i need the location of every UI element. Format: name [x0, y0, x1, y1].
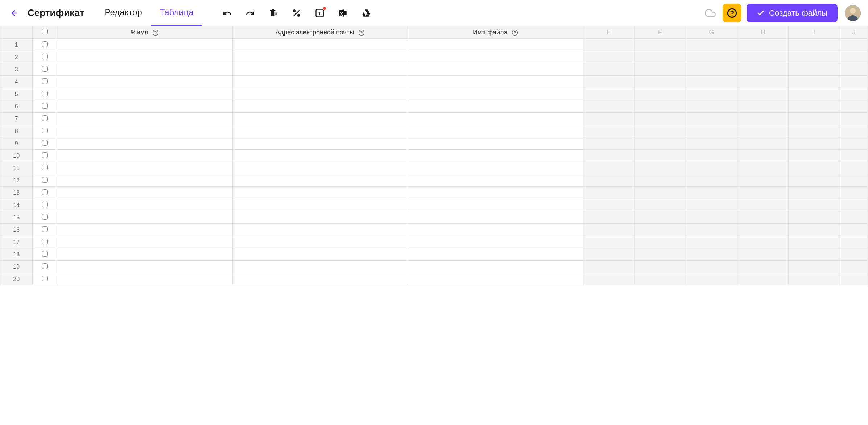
- cell[interactable]: [408, 113, 583, 125]
- cell[interactable]: [57, 162, 233, 174]
- column-g[interactable]: G: [686, 26, 737, 39]
- row-check-cell[interactable]: [33, 113, 57, 125]
- cell[interactable]: [686, 63, 737, 76]
- row-number[interactable]: 5: [0, 88, 33, 100]
- row-number[interactable]: 4: [0, 76, 33, 88]
- cell[interactable]: [583, 174, 635, 187]
- cell[interactable]: [737, 113, 789, 125]
- row-checkbox[interactable]: [42, 54, 48, 59]
- cell[interactable]: [840, 174, 868, 187]
- row-number[interactable]: 13: [0, 187, 33, 199]
- row-check-cell[interactable]: [33, 261, 57, 273]
- row-number[interactable]: 11: [0, 162, 33, 174]
- cell[interactable]: [686, 199, 737, 211]
- cell[interactable]: [635, 100, 686, 113]
- row-checkbox[interactable]: [42, 91, 48, 96]
- cell[interactable]: [583, 63, 635, 76]
- cell[interactable]: [840, 125, 868, 137]
- cell[interactable]: [635, 224, 686, 236]
- cell[interactable]: [232, 224, 408, 236]
- row-number[interactable]: 7: [0, 113, 33, 125]
- cell[interactable]: [737, 236, 789, 248]
- cell[interactable]: [737, 187, 789, 199]
- row-check-cell[interactable]: [33, 88, 57, 100]
- row-check-cell[interactable]: [33, 248, 57, 261]
- column-name[interactable]: %имя: [57, 26, 233, 39]
- cell[interactable]: [686, 100, 737, 113]
- column-email[interactable]: Адрес электронной почты: [232, 26, 408, 39]
- cell[interactable]: [57, 248, 233, 261]
- row-number[interactable]: 6: [0, 100, 33, 113]
- cell[interactable]: [686, 113, 737, 125]
- cell[interactable]: [57, 211, 233, 224]
- cell[interactable]: [635, 137, 686, 150]
- create-files-button[interactable]: Создать файлы: [747, 4, 838, 22]
- cell[interactable]: [408, 100, 583, 113]
- cell[interactable]: [789, 63, 840, 76]
- cell[interactable]: [583, 273, 635, 285]
- back-button[interactable]: [7, 6, 22, 20]
- cell[interactable]: [57, 199, 233, 211]
- cell[interactable]: [408, 199, 583, 211]
- row-number[interactable]: 8: [0, 125, 33, 137]
- cell[interactable]: [840, 224, 868, 236]
- select-all-header[interactable]: [33, 26, 57, 39]
- cell[interactable]: [737, 51, 789, 63]
- cell[interactable]: [57, 88, 233, 100]
- cell[interactable]: [789, 224, 840, 236]
- cell[interactable]: [686, 51, 737, 63]
- tab-table[interactable]: Таблица: [151, 0, 202, 26]
- cell[interactable]: [789, 88, 840, 100]
- cell[interactable]: [789, 113, 840, 125]
- row-checkbox[interactable]: [42, 165, 48, 170]
- row-checkbox[interactable]: [42, 128, 48, 133]
- cell[interactable]: [686, 174, 737, 187]
- cell[interactable]: [408, 63, 583, 76]
- excel-button[interactable]: [336, 6, 350, 20]
- cell[interactable]: [583, 125, 635, 137]
- cell[interactable]: [635, 199, 686, 211]
- cell[interactable]: [57, 125, 233, 137]
- cell[interactable]: [789, 137, 840, 150]
- cell[interactable]: [789, 100, 840, 113]
- row-checkbox[interactable]: [42, 78, 48, 84]
- cell[interactable]: [686, 224, 737, 236]
- cell[interactable]: [408, 88, 583, 100]
- cell[interactable]: [57, 113, 233, 125]
- row-checkbox[interactable]: [42, 214, 48, 220]
- cell[interactable]: [789, 199, 840, 211]
- cell[interactable]: [840, 248, 868, 261]
- cell[interactable]: [686, 76, 737, 88]
- cell[interactable]: [635, 88, 686, 100]
- row-check-cell[interactable]: [33, 199, 57, 211]
- cell[interactable]: [408, 236, 583, 248]
- cell[interactable]: [840, 211, 868, 224]
- row-number[interactable]: 17: [0, 236, 33, 248]
- cell[interactable]: [583, 224, 635, 236]
- cell[interactable]: [686, 211, 737, 224]
- cell[interactable]: [57, 236, 233, 248]
- cell[interactable]: [789, 51, 840, 63]
- cell[interactable]: [840, 150, 868, 162]
- cell[interactable]: [232, 261, 408, 273]
- cell[interactable]: [840, 88, 868, 100]
- cell[interactable]: [57, 137, 233, 150]
- cell[interactable]: [232, 174, 408, 187]
- cell[interactable]: [408, 273, 583, 285]
- row-checkbox[interactable]: [42, 276, 48, 281]
- cell[interactable]: [737, 39, 789, 51]
- cell[interactable]: [635, 150, 686, 162]
- cell[interactable]: [686, 273, 737, 285]
- cell[interactable]: [789, 76, 840, 88]
- cell[interactable]: [635, 187, 686, 199]
- cell[interactable]: [408, 174, 583, 187]
- cell[interactable]: [737, 211, 789, 224]
- cell[interactable]: [57, 100, 233, 113]
- column-j[interactable]: J: [840, 26, 868, 39]
- cell[interactable]: [583, 39, 635, 51]
- cell[interactable]: [232, 248, 408, 261]
- cell[interactable]: [840, 39, 868, 51]
- cell[interactable]: [737, 125, 789, 137]
- cell[interactable]: [686, 162, 737, 174]
- cell[interactable]: [408, 224, 583, 236]
